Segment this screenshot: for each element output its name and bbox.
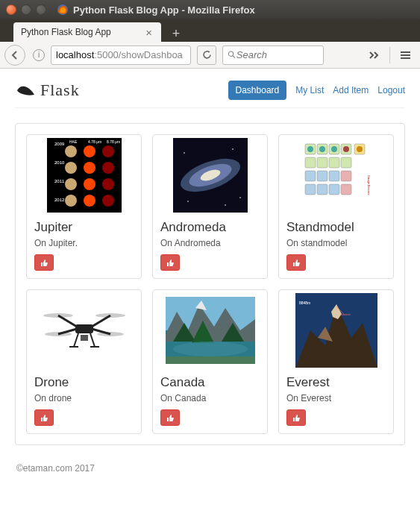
browser-toolbar: i localhost:5000/showDashboa <box>0 42 420 69</box>
card-desc: On Everest <box>286 393 386 403</box>
like-button[interactable] <box>160 254 180 271</box>
svg-text:4.78 μm: 4.78 μm <box>88 139 101 144</box>
flask-logo-icon <box>15 81 37 99</box>
thumb-jupiter: 2009201020112012 HAE4.78 μm8.78 μm <box>30 138 138 213</box>
card-title: Jupiter <box>34 220 134 235</box>
card-canada: Canada On Canada <box>152 289 268 434</box>
site-info-icon[interactable]: i <box>33 49 45 61</box>
arrow-left-icon <box>10 50 20 60</box>
url-path: :5000/showDashboa <box>94 49 183 60</box>
card-grid: 2009201020112012 HAE4.78 μm8.78 μm Jupit… <box>26 134 394 434</box>
svg-point-17 <box>65 162 77 174</box>
thumb-drone <box>30 293 138 368</box>
svg-rect-41 <box>305 157 316 168</box>
svg-text:2010: 2010 <box>54 160 65 165</box>
card-desc: On Jupiter. <box>34 238 134 248</box>
card-jupiter: 2009201020112012 HAE4.78 μm8.78 μm Jupit… <box>26 134 142 279</box>
svg-text:8848m: 8848m <box>299 301 310 305</box>
thumb-standmodel: Gauge Bosons <box>282 138 390 213</box>
svg-point-32 <box>239 197 241 198</box>
back-button[interactable] <box>4 45 25 66</box>
svg-point-14 <box>65 145 77 157</box>
window-minimize-button[interactable] <box>21 4 31 15</box>
brand-text: Flask <box>40 81 80 100</box>
svg-point-57 <box>357 146 363 152</box>
svg-text:2009: 2009 <box>54 142 65 146</box>
svg-rect-49 <box>305 184 316 195</box>
svg-text:Summit: Summit <box>340 312 351 316</box>
svg-point-56 <box>343 146 349 152</box>
card-everest: 8848m Summit Everest On Everest <box>278 289 394 434</box>
tab-title: Python Flask Blog App <box>21 27 144 37</box>
svg-text:HAE: HAE <box>69 139 78 144</box>
svg-rect-46 <box>317 171 327 181</box>
card-desc: On standmodel <box>286 238 386 248</box>
overflow-button[interactable] <box>364 45 385 66</box>
card-andromeda: Andromeda On Andromeda <box>152 134 268 279</box>
svg-point-19 <box>102 162 114 174</box>
svg-text:8.78 μm: 8.78 μm <box>107 139 120 144</box>
svg-point-18 <box>84 162 95 174</box>
svg-text:2011: 2011 <box>54 179 65 183</box>
thumbs-up-icon <box>292 258 301 267</box>
nav-logout[interactable]: Logout <box>377 85 405 95</box>
svg-point-33 <box>187 201 189 202</box>
svg-rect-44 <box>341 157 351 168</box>
card-drone: Drone On drone <box>26 289 142 434</box>
card-desc: On Andromeda <box>160 238 260 248</box>
firefox-icon <box>57 4 69 16</box>
svg-point-25 <box>102 195 114 207</box>
thumbs-up-icon <box>40 413 48 422</box>
card-title: Everest <box>286 375 386 390</box>
like-button[interactable] <box>34 254 54 271</box>
like-button[interactable] <box>286 409 306 426</box>
like-button[interactable] <box>160 409 180 426</box>
url-host: localhost <box>56 49 94 60</box>
card-desc: On drone <box>34 393 134 403</box>
like-button[interactable] <box>286 254 306 271</box>
chevron-double-right-icon <box>369 51 380 60</box>
thumbs-up-icon <box>166 258 175 267</box>
thumb-andromeda <box>156 138 264 213</box>
svg-rect-73 <box>81 335 88 341</box>
search-icon <box>228 50 236 60</box>
svg-point-22 <box>102 178 114 190</box>
window-title: Python Flask Blog App - Mozilla Firefox <box>73 4 255 16</box>
nav-dashboard[interactable]: Dashboard <box>228 81 287 100</box>
card-title: Standmodel <box>286 220 386 235</box>
search-bar[interactable] <box>222 45 324 65</box>
search-input[interactable] <box>236 49 319 60</box>
reload-button[interactable] <box>197 45 216 65</box>
thumbs-up-icon <box>166 413 175 422</box>
dashboard-panel: 2009201020112012 HAE4.78 μm8.78 μm Jupit… <box>15 123 405 445</box>
svg-point-16 <box>102 145 114 157</box>
thumb-canada <box>156 293 264 368</box>
toolbar-separator <box>389 47 390 63</box>
thumbs-up-icon <box>40 258 48 267</box>
svg-rect-68 <box>75 324 93 333</box>
nav-mylist[interactable]: My List <box>295 85 324 95</box>
svg-point-54 <box>319 146 325 152</box>
tab-strip: Python Flask Blog App × + <box>0 19 420 42</box>
svg-point-21 <box>84 178 95 190</box>
svg-rect-82 <box>166 356 255 364</box>
svg-text:Gauge Bosons: Gauge Bosons <box>367 175 371 195</box>
hamburger-icon <box>400 51 411 60</box>
svg-point-20 <box>65 178 77 190</box>
svg-rect-48 <box>341 171 351 181</box>
page-footer: ©etaman.com 2017 <box>15 459 405 478</box>
tab-close-icon[interactable]: × <box>144 26 154 39</box>
url-bar[interactable]: localhost:5000/showDashboa <box>51 45 191 65</box>
hamburger-menu-button[interactable] <box>395 45 416 66</box>
browser-tab[interactable]: Python Flask Blog App × <box>13 22 161 42</box>
card-standmodel: Gauge Bosons Standmodel On standmodel <box>278 134 394 279</box>
window-close-button[interactable] <box>6 4 16 15</box>
nav-additem[interactable]: Add Item <box>333 85 369 95</box>
window-maximize-button[interactable] <box>36 4 46 15</box>
new-tab-button[interactable]: + <box>167 25 185 42</box>
svg-rect-42 <box>317 157 327 168</box>
svg-point-30 <box>184 152 185 154</box>
reload-icon <box>202 50 212 60</box>
svg-point-81 <box>173 342 248 356</box>
like-button[interactable] <box>34 409 54 426</box>
